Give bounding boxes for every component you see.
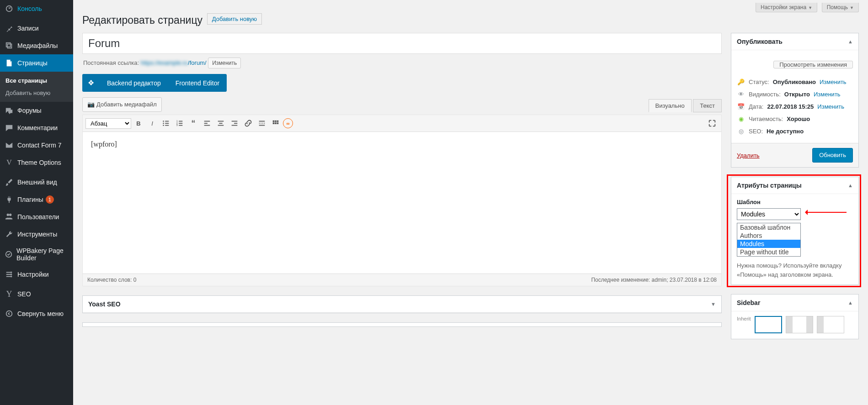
brush-icon <box>5 178 14 187</box>
italic-button[interactable]: I <box>146 117 159 130</box>
yoast-box-title: Yoast SEO <box>88 300 121 308</box>
link-button[interactable] <box>242 117 255 130</box>
wrench-icon <box>5 230 14 239</box>
screen-options-button[interactable]: Настройки экрана▼ <box>756 3 817 12</box>
align-right-button[interactable] <box>228 117 241 130</box>
page-attributes-box: Атрибуты страницы ▲ Шаблон Modules Базов… <box>731 177 859 285</box>
sidebar-item-comments[interactable]: Комментарии <box>0 119 73 137</box>
admin-sidebar: Консоль Записи Медиафайлы Страницы Все с… <box>0 0 73 348</box>
settings-icon <box>5 270 14 279</box>
sidebar-submenu-pages: Все страницы Добавить новую <box>0 72 73 102</box>
template-select[interactable]: Modules <box>737 208 801 220</box>
wpbakery-icon <box>5 250 13 259</box>
sidebar-layout-option[interactable] <box>817 316 844 333</box>
permalink-row: Постоянная ссылка: https://example.ru/fo… <box>83 58 721 68</box>
sidebar-item-appearance[interactable]: Внешний вид <box>0 174 73 191</box>
add-media-button[interactable]: 📷Добавить медиафайл <box>82 97 162 112</box>
edit-date-link[interactable]: Изменить <box>817 103 844 110</box>
delete-link[interactable]: Удалить <box>737 152 760 159</box>
mail-icon <box>5 141 14 150</box>
camera-icon: 📷 <box>87 101 95 108</box>
editor-tab-visual[interactable]: Визуально <box>649 99 692 112</box>
sidebar-item-label: Форумы <box>17 107 42 114</box>
svg-rect-22 <box>232 125 238 126</box>
vc-backend-button[interactable]: Backend редактор <box>100 75 168 91</box>
toolbar-toggle-button[interactable] <box>269 117 282 130</box>
template-label: Шаблон <box>737 199 853 205</box>
publish-box-title: Опубликовать <box>737 38 783 45</box>
sidebar-item-cf7[interactable]: Contact Form 7 <box>0 137 73 154</box>
chevron-up-icon: ▲ <box>848 183 853 188</box>
sidebar-item-settings[interactable]: Настройки <box>0 266 73 283</box>
edit-status-link[interactable]: Изменить <box>820 79 847 85</box>
yoast-box-header[interactable]: Yoast SEO ▼ <box>83 296 721 313</box>
sidebar-layout-option[interactable] <box>786 316 813 333</box>
svg-point-2 <box>163 121 164 122</box>
template-option[interactable]: Page without title <box>737 248 800 256</box>
bold-button[interactable]: B <box>132 117 145 130</box>
sidebar-item-seo[interactable]: Y SEO <box>0 285 73 303</box>
sidebar-item-label: Пользователи <box>17 213 59 221</box>
sidebar-item-label: Медиафайлы <box>17 42 58 49</box>
template-option[interactable]: Modules <box>737 240 800 248</box>
align-left-button[interactable] <box>201 117 213 130</box>
svg-rect-30 <box>275 122 277 124</box>
svg-rect-7 <box>165 125 169 126</box>
sidebar-item-dashboard[interactable]: Консоль <box>0 0 73 17</box>
vc-logo-icon: ❖ <box>82 74 100 92</box>
wpforo-shortcode-button[interactable]: ∞ <box>283 118 293 128</box>
page-title: Редактировать страницу <box>82 14 202 26</box>
sidebar-item-posts[interactable]: Записи <box>0 20 73 37</box>
sidebar-item-media[interactable]: Медиафайлы <box>0 37 73 54</box>
sidebar-box-header[interactable]: Sidebar ▲ <box>731 295 858 311</box>
sidebar-item-plugins[interactable]: Плагины 1 <box>0 191 73 208</box>
sidebar-item-theme-options[interactable]: V Theme Options <box>0 154 73 171</box>
sidebar-collapse[interactable]: Свернуть меню <box>0 305 73 322</box>
page-attributes-header[interactable]: Атрибуты страницы ▲ <box>731 177 858 194</box>
svg-point-1 <box>6 311 12 317</box>
post-title-input[interactable] <box>82 33 722 54</box>
ol-button[interactable]: 123 <box>173 117 186 130</box>
update-button[interactable]: Обновить <box>812 148 853 163</box>
editor-tab-text[interactable]: Текст <box>693 99 722 112</box>
yoast-readability-icon: ◉ <box>737 116 745 122</box>
template-option[interactable]: Authors <box>737 231 800 240</box>
permalink-url[interactable]: https://example.ru/forum/ <box>141 59 207 66</box>
more-button[interactable] <box>256 117 268 130</box>
sidebar-item-label: Theme Options <box>17 159 61 166</box>
svg-rect-28 <box>277 121 279 122</box>
plugin-update-badge: 1 <box>46 195 54 204</box>
preview-button[interactable]: Просмотреть изменения <box>773 61 853 68</box>
editor-content[interactable]: [wpforo] <box>83 132 721 274</box>
ul-button[interactable] <box>160 117 172 130</box>
sidebar-item-label: Инструменты <box>17 231 57 238</box>
vc-frontend-button[interactable]: Frontend Editor <box>168 75 227 91</box>
comment-icon <box>5 123 14 132</box>
sidebar-item-pages[interactable]: Страницы <box>0 54 73 72</box>
sidebar-item-users[interactable]: Пользователи <box>0 208 73 226</box>
format-select[interactable]: Абзац <box>85 118 131 129</box>
template-option[interactable]: Базовый шаблон <box>737 223 800 231</box>
permalink-edit-button[interactable]: Изменить <box>208 58 241 68</box>
annotation-arrow <box>805 212 847 213</box>
svg-rect-13 <box>179 125 182 126</box>
sidebar-item-tools[interactable]: Инструменты <box>0 226 73 243</box>
sidebar-layout-option[interactable] <box>755 316 782 333</box>
vc-switcher: ❖ Backend редактор Frontend Editor <box>82 74 227 92</box>
svg-rect-11 <box>179 123 182 124</box>
align-center-button[interactable] <box>214 117 227 130</box>
help-button[interactable]: Помощь▼ <box>822 3 859 12</box>
edit-visibility-link[interactable]: Изменить <box>814 91 841 98</box>
sidebar-item-wpbakery[interactable]: WPBakery Page Builder <box>0 243 73 266</box>
svg-rect-18 <box>219 123 222 124</box>
publish-box-header[interactable]: Опубликовать ▲ <box>731 33 858 50</box>
svg-rect-5 <box>165 123 169 124</box>
quote-button[interactable]: “ <box>187 117 200 130</box>
sidebar-item-forums[interactable]: Форумы <box>0 102 73 119</box>
add-new-button[interactable]: Добавить новую <box>207 13 262 25</box>
submenu-all-pages[interactable]: Все страницы <box>0 74 73 87</box>
submenu-add-page[interactable]: Добавить новую <box>0 87 73 99</box>
sidebar-item-label: Страницы <box>17 59 48 67</box>
fullscreen-button[interactable] <box>706 117 719 130</box>
chevron-down-icon: ▼ <box>850 5 854 10</box>
